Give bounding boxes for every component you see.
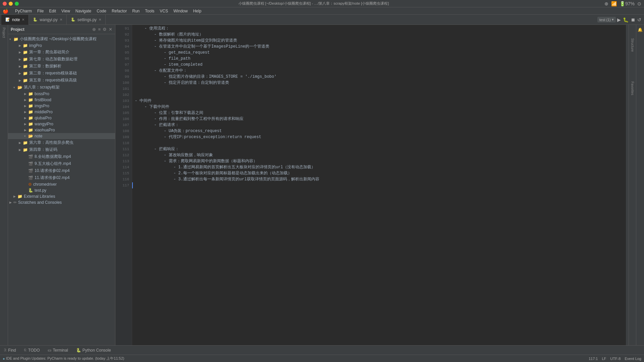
close-button[interactable] xyxy=(3,2,7,6)
sidebar-item-bosspro[interactable]: ▶ 📁 bossPro xyxy=(8,91,115,97)
tab-settings[interactable]: 🐍 settings.py ✕ xyxy=(67,15,106,25)
favorites-panel-label[interactable]: Favorites xyxy=(631,81,634,95)
sidebar-item-ext-libs[interactable]: ▶ 📁 External Libraries xyxy=(8,193,115,199)
xiaohuapro-folder-icon: 📁 xyxy=(28,128,33,132)
tab-note-close[interactable]: ✕ xyxy=(22,18,24,21)
sidebar-item-mp4-11[interactable]: ▶ 🎬 11.请求传参02.mp4 xyxy=(8,174,115,181)
sidebar-item-ch2[interactable]: ▶ 📁 第二章：requests模块基础 xyxy=(8,70,115,77)
code-line-92: - 数据解析（图片的地址） xyxy=(132,32,626,38)
tab-settings-close[interactable]: ✕ xyxy=(99,18,101,21)
tab-note[interactable]: 📝 note ✕ xyxy=(1,15,29,25)
sidebar-item-ch3[interactable]: ▶ 📁 第三章：数据解析 xyxy=(8,63,115,70)
menu-help[interactable]: Help xyxy=(193,9,202,13)
line-number-104: 104 xyxy=(115,104,132,110)
menu-file[interactable]: File xyxy=(37,9,44,13)
menu-refactor[interactable]: Refactor xyxy=(112,9,127,13)
line-number-107: 107 xyxy=(115,122,132,128)
event-log-button[interactable]: Event Log xyxy=(625,357,641,361)
wangyipro-arrow: ▶ xyxy=(24,122,28,126)
scratches-arrow: ▶ xyxy=(9,201,13,204)
rerun-icon[interactable]: ↺ xyxy=(637,17,641,22)
tool-todo[interactable]: 6: TODO xyxy=(23,347,41,353)
tree-root[interactable]: ▾ 📁 小猿圈爬虫课程 ~/Desktop/小猿圈爬虫课程 xyxy=(8,36,115,43)
sidebar-item-ch8[interactable]: ▾ 📂 第八章：scrapy框架 xyxy=(8,84,115,91)
sidebar-item-qiubaipro[interactable]: ▶ 📁 qiubaiPro xyxy=(8,115,115,121)
add-icon[interactable]: ⊕ xyxy=(92,27,96,32)
middlepro-label: middlePro xyxy=(35,110,53,114)
notification-icon[interactable]: 🔔 xyxy=(638,27,643,32)
ch2-folder-icon: 📁 xyxy=(23,71,28,76)
root-label: 小猿圈爬虫课程 ~/Desktop/小猿圈爬虫课程 xyxy=(20,36,97,42)
menu-tools[interactable]: Tools xyxy=(145,9,154,13)
minimize-button[interactable] xyxy=(9,2,13,6)
close-icon[interactable]: ✕ xyxy=(109,27,112,32)
tool-python-console[interactable]: 🐍 Python Console xyxy=(75,347,112,353)
sidebar-item-chromedriver[interactable]: ▶ ⚙ chromedriver xyxy=(8,181,115,187)
structure-panel-label[interactable]: Structure xyxy=(631,38,634,52)
menu-view[interactable]: View xyxy=(61,9,70,13)
apple-icon[interactable]: 🍎 xyxy=(3,8,8,14)
editor-scrollbar[interactable] xyxy=(626,25,629,345)
line-number-93: 93 xyxy=(115,38,132,44)
status-lf[interactable]: LF xyxy=(602,357,606,361)
sidebar-item-note-folder[interactable]: ▾ 📂 note xyxy=(8,133,115,139)
sidebar-item-ch1[interactable]: ▶ 📁 第一章：爬虫基础简介 xyxy=(8,49,115,56)
code-line-94: - 在管道文件中自定制一个基于ImagesPipeLine的一个管道类 xyxy=(132,44,626,50)
editor-content[interactable]: - 使用流程： - 数据解析（图片的地址） - 将存储图片地址的item提交到制… xyxy=(132,25,626,345)
status-position[interactable]: 117:1 xyxy=(589,357,598,361)
sidebar-item-imgpro[interactable]: ▶ 📁 imgPro xyxy=(8,43,115,49)
collapse-icon[interactable]: ≡ xyxy=(98,27,101,32)
sidebar-item-middlepro[interactable]: ▶ 📁 middlePro xyxy=(8,109,115,115)
menu-code[interactable]: Code xyxy=(97,9,106,13)
menu-vcs[interactable]: VCS xyxy=(160,9,168,13)
sidebar-item-imgspro[interactable]: ▶ 📁 imgsPro xyxy=(8,103,115,109)
menu-window[interactable]: Window xyxy=(173,9,188,13)
ch6-label: 第六章：高性能异步爬虫 xyxy=(29,140,73,145)
stop-icon[interactable]: ⏹ xyxy=(631,17,635,22)
ch2-label: 第二章：requests模块基础 xyxy=(29,70,77,76)
find-num: 3: xyxy=(4,348,7,352)
sidebar-item-ch7[interactable]: ▶ 📁 第七章：动态加载数据处理 xyxy=(8,56,115,63)
sidebar-item-mp4-9[interactable]: ▶ 🎬 9.五大核心组件.mp4 xyxy=(8,160,115,167)
sidebar-item-mp4-8[interactable]: ▶ 🎬 8.全站数据爬取.mp4 xyxy=(8,153,115,160)
tool-terminal[interactable]: ▭ Terminal xyxy=(46,347,69,353)
sidebar-item-testpy[interactable]: ▶ 🐍 test.py xyxy=(8,187,115,193)
tool-find[interactable]: 3: Find xyxy=(3,347,17,353)
code-line-95: - get_media_request xyxy=(132,50,626,56)
sidebar-item-xiaohuapro[interactable]: ▶ 📁 xiaohuaPro xyxy=(8,127,115,133)
ch7-label: 第七章：动态加载数据处理 xyxy=(29,56,77,62)
tab-wangyi-close[interactable]: ✕ xyxy=(60,18,62,21)
code-line-111: - 拦截响应： xyxy=(132,146,626,152)
debug-icon[interactable]: 🐛 xyxy=(623,17,629,22)
line-number-98: 98 xyxy=(115,68,132,74)
project-gutter-label[interactable]: Project xyxy=(2,27,6,38)
menu-navigate[interactable]: Navigate xyxy=(75,9,91,13)
sidebar-item-ch5[interactable]: ▶ 📁 第五章：requests模块高级 xyxy=(8,77,115,84)
line-number-94: 94 xyxy=(115,44,132,50)
status-encoding[interactable]: UTF-8 xyxy=(610,357,621,361)
mp4-9-icon: 🎬 xyxy=(28,162,33,166)
line-number-112: 112 xyxy=(115,152,132,158)
battery-icon: 🔋97% xyxy=(620,1,635,6)
ch8-label: 第八章：scrapy框架 xyxy=(24,84,60,90)
sidebar-item-ch4[interactable]: ▶ 📁 第四章：验证码 xyxy=(8,146,115,153)
middlepro-folder-icon: 📁 xyxy=(28,110,33,114)
sidebar-item-ch6[interactable]: ▶ 📁 第六章：高性能异步爬虫 xyxy=(8,139,115,146)
sidebar-item-scratches[interactable]: ▶ ✏ Scratches and Consoles xyxy=(8,199,115,205)
line-number-103: 103 xyxy=(115,98,132,104)
sidebar-item-wangyipro[interactable]: ▶ 📁 wangyiPro xyxy=(8,121,115,127)
menu-pycharm[interactable]: PyCharm xyxy=(15,9,32,13)
run-config-selector[interactable]: test (1) ▾ xyxy=(597,17,616,22)
sidebar-item-firstblood[interactable]: ▶ 📁 firstBlood xyxy=(8,97,115,103)
menu-edit[interactable]: Edit xyxy=(49,9,56,13)
imgpro-arrow: ▶ xyxy=(19,44,22,47)
run-icon[interactable]: ▶ xyxy=(617,17,621,22)
tab-settings-label: settings.py xyxy=(77,17,97,22)
wangyipro-label: wangyiPro xyxy=(35,122,53,126)
sidebar-item-mp4-10[interactable]: ▶ 🎬 10.请求传参02.mp4 xyxy=(8,167,115,174)
gear-icon[interactable]: ⚙ xyxy=(103,27,107,32)
maximize-button[interactable] xyxy=(15,2,19,6)
menu-run[interactable]: Run xyxy=(132,9,140,13)
tab-wangyi[interactable]: 🐍 wangyi.py ✕ xyxy=(29,15,66,25)
share-icon[interactable]: ⊕ xyxy=(604,1,608,6)
